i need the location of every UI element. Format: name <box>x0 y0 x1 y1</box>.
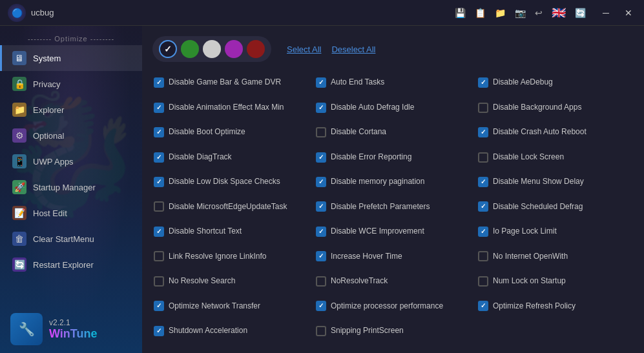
checkbox-label: Disable AeDebug <box>493 77 553 88</box>
save-icon[interactable]: 💾 <box>455 8 466 18</box>
checkbox-item[interactable]: Optimize processor performance <box>315 294 472 318</box>
minimize-button[interactable]: ─ <box>599 6 613 19</box>
checkbox-item[interactable]: Disable Low Disk Space Checks <box>152 170 309 194</box>
checkbox-box[interactable] <box>316 152 326 163</box>
checkbox-label: Disable Crash Auto Reboot <box>493 127 587 137</box>
sidebar-item-privacy[interactable]: 🔒 Privacy <box>0 71 142 97</box>
sidebar-item-explorer[interactable]: 📁 Explorer <box>0 97 142 123</box>
checkbox-box[interactable] <box>316 77 326 88</box>
color-red[interactable] <box>247 40 265 58</box>
clipboard-icon[interactable]: 📋 <box>475 8 486 18</box>
checkbox-item[interactable]: Disable Background Apps <box>477 96 634 119</box>
checkbox-box[interactable] <box>154 276 164 287</box>
checkbox-item[interactable]: Disable Menu Show Delay <box>477 170 634 194</box>
checkbox-box[interactable] <box>316 103 326 113</box>
sidebar-item-clearstart[interactable]: 🗑 Clear StartMenu <box>0 226 142 252</box>
sidebar-item-restartexplorer[interactable]: 🔄 Restart Explorer <box>0 252 142 277</box>
checkbox-item[interactable]: Disable Error Reporting <box>315 145 472 168</box>
checkbox-item[interactable]: Disable Auto Defrag Idle <box>315 96 472 119</box>
color-purple[interactable] <box>225 40 243 58</box>
sidebar-bottom: 🔧 v2.2.1 WinTune <box>0 305 142 353</box>
checkbox-box[interactable] <box>316 227 326 237</box>
checkbox-item[interactable]: Auto End Tasks <box>315 71 472 94</box>
checkbox-item[interactable]: Disable Game Bar & Game DVR <box>152 71 309 94</box>
explorer-icon: 📁 <box>12 103 26 117</box>
checkbox-item[interactable]: NoResolveTrack <box>315 270 472 293</box>
checkbox-item[interactable]: No Resolve Search <box>152 270 309 293</box>
checkbox-item[interactable]: Num Lock on Startup <box>477 270 634 293</box>
checkbox-box[interactable] <box>478 152 488 163</box>
checkbox-label: Disable Error Reporting <box>331 152 411 163</box>
checkbox-box[interactable] <box>154 103 164 113</box>
checkbox-box[interactable] <box>316 201 326 212</box>
checkbox-item[interactable]: Disable Lock Screen <box>477 145 634 168</box>
checkbox-box[interactable] <box>478 177 488 187</box>
checkbox-item[interactable]: Shutdown Acceleration <box>152 319 309 343</box>
folder-icon[interactable]: 📁 <box>495 8 506 18</box>
checkbox-item[interactable]: Disable Crash Auto Reboot <box>477 121 634 144</box>
flag-icon[interactable]: 🇬🇧 <box>552 6 566 20</box>
checkbox-item[interactable]: Disable WCE Improvement <box>315 220 472 243</box>
checkbox-item[interactable]: Link Resolve Ignore LinkInfo <box>152 245 309 268</box>
checkbox-box[interactable] <box>316 276 326 287</box>
content-area: Select All Deselect All Disable Game Bar… <box>142 26 644 353</box>
checkbox-box[interactable] <box>154 326 164 336</box>
checkbox-item[interactable]: Disable Scheduled Defrag <box>477 195 634 218</box>
color-white[interactable] <box>203 40 221 58</box>
checkbox-item[interactable]: Disable Cortana <box>315 121 472 144</box>
sidebar-item-optional[interactable]: ⚙ Optional <box>0 123 142 148</box>
checkbox-box[interactable] <box>478 103 488 113</box>
checkbox-box[interactable] <box>478 201 488 212</box>
checkbox-item[interactable]: Disable memory pagination <box>315 170 472 194</box>
checkbox-box[interactable] <box>478 77 488 88</box>
camera-icon[interactable]: 📷 <box>515 8 526 18</box>
checkbox-item[interactable]: Disable Animation Effect Max Min <box>152 96 309 119</box>
refresh-icon[interactable]: 🔄 <box>575 8 586 18</box>
sidebar-item-startup[interactable]: 🚀 Startup Manager <box>0 174 142 200</box>
checkbox-box[interactable] <box>478 301 488 311</box>
color-dark[interactable] <box>159 40 177 58</box>
checkbox-label: Disable Low Disk Space Checks <box>169 177 280 187</box>
checkbox-box[interactable] <box>316 127 326 137</box>
checkbox-box[interactable] <box>154 127 164 137</box>
checkbox-item[interactable]: Io Page Lock Limit <box>477 220 634 243</box>
checkbox-item[interactable]: Disable MicrosoftEdgeUpdateTask <box>152 195 309 218</box>
checkbox-item[interactable]: Disable AeDebug <box>477 71 634 94</box>
undo-icon[interactable]: ↩ <box>535 8 543 18</box>
checkbox-item[interactable]: No Internet OpenWith <box>477 245 634 268</box>
checkbox-box[interactable] <box>478 276 488 287</box>
main-layout: -------- Optimize -------- 🖥 System 🔒 Pr… <box>0 26 644 353</box>
checkbox-box[interactable] <box>154 177 164 187</box>
color-green[interactable] <box>181 40 199 58</box>
app-logo: 🔵 <box>8 4 26 22</box>
checkbox-box[interactable] <box>154 152 164 163</box>
app-title: ucbug <box>31 8 455 17</box>
checkbox-box[interactable] <box>316 301 326 311</box>
checkbox-item[interactable]: Increase Hover Time <box>315 245 472 268</box>
deselect-all-button[interactable]: Deselect All <box>331 45 375 54</box>
checkbox-box[interactable] <box>154 251 164 261</box>
checkbox-box[interactable] <box>154 227 164 237</box>
checkbox-item[interactable]: Optimize Refresh Policy <box>477 294 634 318</box>
sidebar-item-hostedit[interactable]: 📝 Host Edit <box>0 200 142 226</box>
checkbox-item[interactable]: Optimize Network Transfer <box>152 294 309 318</box>
checkbox-box[interactable] <box>478 227 488 237</box>
close-button[interactable]: ✕ <box>621 6 636 19</box>
sidebar-item-uwp[interactable]: 📱 UWP Apps <box>0 148 142 174</box>
checkbox-box[interactable] <box>478 127 488 137</box>
checkbox-box[interactable] <box>316 177 326 187</box>
sidebar-label-privacy: Privacy <box>33 79 61 89</box>
checkbox-box[interactable] <box>154 77 164 88</box>
checkbox-box[interactable] <box>316 251 326 261</box>
select-all-button[interactable]: Select All <box>287 45 321 54</box>
sidebar-item-system[interactable]: 🖥 System <box>0 45 142 71</box>
checkbox-box[interactable] <box>154 201 164 212</box>
checkbox-box[interactable] <box>478 251 488 261</box>
checkbox-item[interactable]: Disable Prefetch Parameters <box>315 195 472 218</box>
checkbox-box[interactable] <box>316 326 326 336</box>
checkbox-item[interactable]: Disable Boot Optimize <box>152 121 309 144</box>
checkbox-box[interactable] <box>154 301 164 311</box>
checkbox-item[interactable]: Disable DiagTrack <box>152 145 309 168</box>
checkbox-item[interactable]: Snipping PrintScreen <box>315 319 472 343</box>
checkbox-item[interactable]: Disable Shortcut Text <box>152 220 309 243</box>
